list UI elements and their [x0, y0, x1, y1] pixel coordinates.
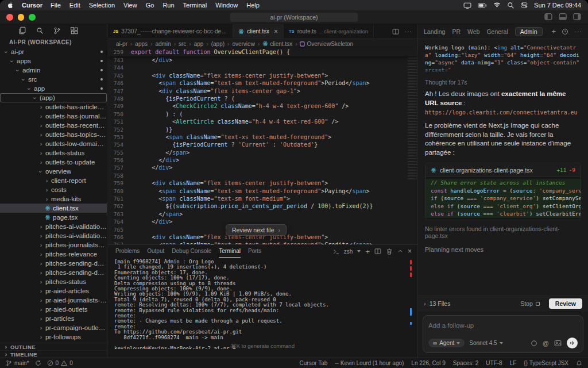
- tree-item-apps[interactable]: ›apps: [0, 56, 107, 66]
- menu-item-help[interactable]: Help: [246, 2, 260, 9]
- tree-item-admin[interactable]: ›admin: [0, 66, 107, 75]
- encoding[interactable]: UTF-8: [486, 360, 502, 366]
- tree-item-client-tsx[interactable]: client.tsx: [0, 204, 107, 213]
- tree-item-costs[interactable]: ›costs: [0, 185, 107, 194]
- files-icon[interactable]: [18, 26, 26, 34]
- bell-icon[interactable]: [576, 360, 582, 367]
- problems-indicator[interactable]: 0 0: [47, 360, 73, 366]
- battery-icon[interactable]: [478, 3, 487, 8]
- code-line[interactable]: 750 ) : (: [108, 110, 417, 118]
- menu-item-go[interactable]: Go: [146, 2, 154, 9]
- breadcrumb-item-overview[interactable]: overview: [232, 41, 254, 47]
- extensions-icon[interactable]: [71, 27, 78, 34]
- chevron-up-icon[interactable]: [397, 248, 403, 254]
- tree-item-src[interactable]: ›src: [0, 75, 107, 84]
- tree-item-pitches-ai-validations[interactable]: ›pitches-ai-validations: [0, 231, 107, 240]
- code-editor[interactable]: 743 </div>744745 <div className="flex it…: [108, 56, 417, 244]
- review-button[interactable]: Review: [549, 298, 582, 309]
- tree-item-outlets-has-recent-articles[interactable]: ›outlets-has-recent-articles: [0, 121, 107, 130]
- code-line[interactable]: 754 {isPeriodCurrent ? 'Current' : 'Outd…: [108, 141, 417, 148]
- workspace-header[interactable]: AI-PR (WORKSPACE): [0, 37, 107, 47]
- apple-menu-icon[interactable]: [7, 2, 14, 9]
- history-icon[interactable]: [562, 28, 568, 35]
- breadcrumb-item-admin[interactable]: admin: [155, 41, 171, 47]
- agent-mode-selector[interactable]: ∞ Agent: [428, 339, 465, 347]
- code-line[interactable]: 749 <CheckCircle2 className="h-4 w-4 tex…: [108, 102, 417, 110]
- search-icon[interactable]: [507, 2, 514, 9]
- ai-tab-general[interactable]: General: [486, 28, 508, 35]
- code-line[interactable]: 743 </div>: [108, 56, 417, 64]
- tree-item-outlets-status[interactable]: ›outlets-status: [0, 148, 107, 158]
- git-blame[interactable]: -- Kevin Lourd (1 hour ago): [335, 360, 404, 366]
- code-line[interactable]: 757 </div>: [108, 164, 417, 171]
- panel-tab-output[interactable]: Output: [147, 245, 164, 258]
- sync-button[interactable]: [35, 360, 41, 366]
- window-title[interactable]: ai-pr (Workspace): [230, 13, 358, 22]
- voice-send-button[interactable]: [567, 338, 578, 348]
- shell-selector[interactable]: zsh: [344, 248, 353, 255]
- menu-item-edit[interactable]: Edit: [69, 2, 80, 9]
- source-url[interactable]: https://logo.clearbit.com/connectivetant…: [425, 109, 581, 116]
- tree-item-pitches-status[interactable]: ›pitches-status: [0, 277, 107, 286]
- tree-item-pr-followups[interactable]: ›pr-followups: [0, 332, 107, 342]
- at-icon[interactable]: @: [543, 340, 549, 347]
- panel-tab-terminal[interactable]: Terminal: [219, 245, 241, 258]
- breadcrumb-item-ai-pr[interactable]: ai-pr: [116, 41, 127, 47]
- menu-item-window[interactable]: Window: [215, 2, 238, 9]
- ring-icon[interactable]: [531, 340, 537, 347]
- tree-item-pitches-relevance[interactable]: ›pitches-relevance: [0, 250, 107, 259]
- cursor-position[interactable]: Ln 226, Col 9: [411, 360, 446, 366]
- close-icon[interactable]: ×: [274, 28, 278, 35]
- image-icon[interactable]: [554, 340, 562, 347]
- tree-item-pitches-sending-dates-to-r[interactable]: ›pitches-sending-dates-to-r...: [0, 268, 107, 277]
- chevron-right-icon[interactable]: ›: [424, 300, 426, 307]
- kebab-icon[interactable]: ···: [404, 28, 412, 35]
- sidebar-section-outline[interactable]: ›OUTLINE: [0, 343, 107, 350]
- minimize-window-button[interactable]: [18, 14, 25, 21]
- model-selector[interactable]: Sonnet 4.5: [469, 340, 502, 346]
- indentation[interactable]: Spaces: 2: [453, 360, 478, 366]
- tab-route-ts[interactable]: TSroute.ts...client-organization: [284, 24, 374, 39]
- tree-item-outlets-has-articles-to-upd[interactable]: ›outlets-has-articles-to-upd...: [0, 102, 107, 112]
- source-control-icon[interactable]: [53, 27, 61, 34]
- search-icon[interactable]: [36, 27, 44, 34]
- thought-duration[interactable]: Thought for 17s: [425, 79, 581, 86]
- diff-card-header[interactable]: client-organizations-client-page.tsx +11…: [425, 163, 581, 177]
- sticky-scroll-line[interactable]: 259export default function OverviewClien…: [108, 48, 417, 56]
- breadcrumb-item-overviewskeleton[interactable]: OverviewSkeleton: [300, 41, 353, 47]
- tree-item-pr-articles[interactable]: ›pr-articles: [0, 314, 107, 323]
- split-editor-icon[interactable]: [392, 28, 399, 35]
- panel-right-icon[interactable]: [573, 13, 581, 20]
- sidebar-section-timeline[interactable]: ›TIMELINE: [0, 350, 107, 358]
- control-center-icon[interactable]: [521, 2, 528, 9]
- menu-item-run[interactable]: Run: [163, 2, 174, 9]
- code-line[interactable]: 758: [108, 172, 417, 179]
- kebab-icon[interactable]: ···: [574, 28, 582, 35]
- breadcrumb-item-app[interactable]: (app): [211, 41, 225, 47]
- tree-item-outlets-has-journalists[interactable]: ›outlets-has-journalists: [0, 112, 107, 121]
- code-line[interactable]: 756 </div>: [108, 156, 417, 164]
- plus-icon[interactable]: +: [551, 28, 556, 35]
- panel-tab-debug-console[interactable]: Debug Console: [172, 245, 211, 258]
- terminal-icon[interactable]: [333, 248, 339, 255]
- wifi-icon[interactable]: [493, 2, 501, 8]
- stop-button[interactable]: Stop: [520, 300, 540, 307]
- panel-bottom-icon[interactable]: [559, 13, 567, 20]
- ai-tab-landing[interactable]: Landing: [424, 28, 445, 35]
- menu-item-view[interactable]: View: [123, 2, 137, 9]
- display-icon[interactable]: [463, 2, 471, 9]
- code-line[interactable]: 762 ${(subscription.price_in_cents_per_p…: [108, 202, 417, 210]
- review-next-file-button[interactable]: Review next file›: [226, 224, 287, 236]
- language-mode[interactable]: {} TypeScript JSX: [524, 360, 568, 366]
- menu-item-file[interactable]: File: [51, 2, 61, 9]
- panel-tab-ports[interactable]: Ports: [248, 245, 261, 258]
- tree-item-outlets-has-topics-articles[interactable]: ›outlets-has-topics-articles-...: [0, 130, 107, 139]
- code-line[interactable]: 747 <div className="flex items-center ga…: [108, 87, 417, 95]
- close-window-button[interactable]: [6, 14, 13, 21]
- code-line[interactable]: 746 <span className="text-sm text-muted-…: [108, 79, 417, 87]
- tree-item-pitches-sending-dates-to-j[interactable]: ›pitches-sending-dates-to-j...: [0, 259, 107, 268]
- tree-item-app[interactable]: ›app: [0, 84, 107, 93]
- code-line[interactable]: 761 <span className="text-sm font-medium…: [108, 195, 417, 202]
- breadcrumb-item-apps[interactable]: apps: [135, 41, 148, 47]
- tree-item-pr-aied-articles[interactable]: ›pr-aied-articles: [0, 286, 107, 296]
